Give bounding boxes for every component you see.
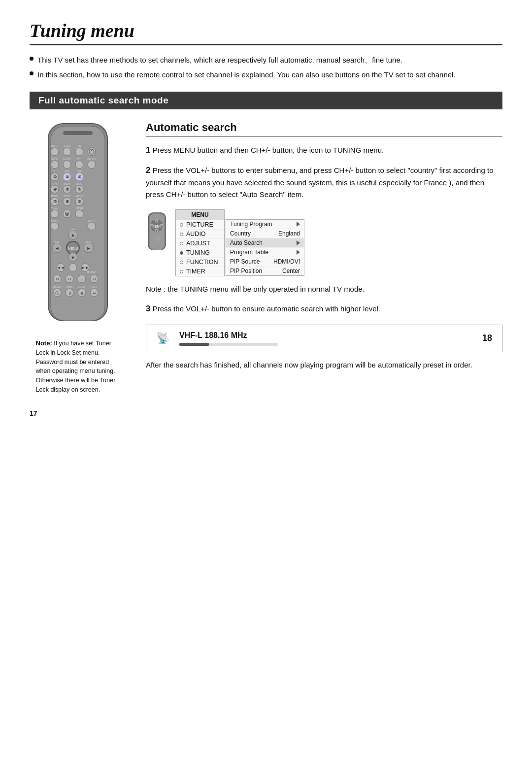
svg-text:⊖: ⊖	[67, 277, 71, 281]
menu-dot-function	[180, 261, 183, 264]
step2-num: 2	[146, 166, 150, 175]
bullet-text-1: This TV set has three methods to set cha…	[37, 54, 402, 66]
svg-text:STILL: STILL	[64, 144, 70, 147]
remote-control-image: MUTE STILL I/II SCAN SLEEP PIP DISPLAY	[36, 121, 120, 328]
svg-point-16	[51, 161, 59, 168]
svg-text:DEF: DEF	[77, 170, 82, 173]
step1-text: Press MENU button and then CH+/- button,…	[153, 146, 384, 154]
svg-point-52	[75, 210, 83, 218]
note-normal-text: Note : the TUNING menu will be only oper…	[146, 285, 365, 293]
antenna-icon: 📡	[156, 332, 169, 345]
submenu-pip-position-value: Center	[282, 267, 300, 274]
svg-text:⊖: ⊖	[55, 277, 59, 281]
svg-text:◄◄: ◄◄	[57, 266, 65, 270]
svg-text:①: ①	[53, 175, 56, 179]
step-3: 3 Press the VOL+/- button to ensure auto…	[146, 302, 502, 315]
bullet-text-2: In this section, how to use the remote c…	[37, 69, 456, 81]
submenu-row-tuning-program: Tuning Program	[226, 220, 304, 229]
submenu-row-program-table: Program Table	[226, 248, 304, 257]
svg-point-55	[51, 222, 59, 230]
menu-item-picture-label: PICTURE	[186, 221, 220, 228]
svg-text:SWAP: SWAP	[75, 207, 83, 210]
menu-dot-timer	[180, 270, 183, 273]
submenu-pip-source-label: PIP Source	[230, 258, 260, 265]
svg-text:◄: ◄	[151, 225, 153, 228]
submenu-pip-source-value: HDMI/DVI	[273, 258, 300, 265]
svg-text:JKL%: JKL%	[64, 182, 70, 185]
svg-text:SCAN: SCAN	[51, 157, 58, 160]
svg-text:MENU: MENU	[67, 247, 78, 250]
menu-item-audio: AUDIO	[176, 230, 224, 239]
svg-point-7	[63, 148, 71, 156]
menu-item-function-label: FUNCTION	[186, 259, 220, 266]
step-2: 2 Press the VOL+/- buttons to enter subm…	[146, 164, 502, 201]
bullet-item-1: This TV set has three methods to set cha…	[30, 54, 502, 66]
menu-box-header: MENU	[176, 210, 224, 220]
submenu-program-table-label: Program Table	[230, 249, 268, 256]
step3-text: Press the VOL+/- button to ensure automa…	[153, 304, 380, 313]
after-search-text: After the search has finished, all chann…	[146, 359, 502, 371]
svg-text:⑦: ⑦	[53, 200, 56, 204]
svg-text:☞: ☞	[156, 235, 162, 243]
after-text: After the search has finished, all chann…	[146, 361, 472, 369]
svg-text:I/II: I/II	[78, 144, 81, 147]
menu-box: MENU PICTURE AUDIO ADJUST	[175, 209, 225, 276]
svg-text:TV/AV: TV/AV	[51, 207, 58, 210]
svg-text:⊕: ⊕	[80, 291, 83, 296]
note-text: If you have set Tuner Lock in Lock Set m…	[36, 340, 116, 393]
svg-text:P.STD: P.STD	[51, 219, 58, 222]
bullet-dot-1	[30, 57, 33, 61]
svg-text:MUTE: MUTE	[51, 144, 58, 147]
submenu-pip-position-label: PIP Position	[230, 267, 262, 274]
menu-dot-audio	[180, 233, 183, 236]
auto-search-heading: Automatic search	[146, 121, 502, 136]
tuner-progress-inner	[179, 343, 209, 346]
svg-point-17	[63, 161, 71, 168]
svg-point-72	[69, 264, 77, 271]
svg-text:ZOOM: ZOOM	[78, 285, 85, 288]
menu-remote-icon: MENU ▲ ◄ ► ▼ ☞	[146, 212, 170, 253]
step-1: 1 Press MENU button and then CH+/- butto…	[146, 143, 502, 157]
submenu-auto-search-arrow	[297, 240, 300, 245]
svg-text:◄: ◄	[55, 246, 59, 251]
svg-text:↩: ↩	[92, 291, 96, 296]
intro-section: This TV set has three methods to set cha…	[30, 54, 502, 81]
svg-text:③: ③	[77, 175, 81, 179]
note-label: Note:	[36, 339, 52, 347]
left-column: MUTE STILL I/II SCAN SLEEP PIP DISPLAY	[30, 121, 128, 395]
title-divider	[30, 44, 502, 45]
svg-text:1: 1	[54, 170, 55, 173]
step2-text: Press the VOL+/- buttons to enter submen…	[146, 166, 493, 199]
menu-panel: MENU PICTURE AUDIO ADJUST	[175, 209, 304, 276]
svg-text:⑧: ⑧	[65, 200, 68, 204]
tuner-info: VHF-L 188.16 MHz	[179, 331, 467, 346]
mini-remote-svg: MENU ▲ ◄ ► ▼ ☞	[146, 212, 168, 251]
svg-text:▼: ▼	[70, 255, 75, 260]
svg-text:►: ►	[86, 246, 91, 251]
svg-text:ⓘ: ⓘ	[55, 291, 59, 296]
submenu-row-pip-source: PIP Source HDMI/DVI	[226, 257, 304, 267]
menu-item-tuning: TUNING	[176, 248, 224, 258]
svg-text:ABC: ABC	[64, 170, 69, 173]
svg-text:MNO: MNO	[76, 182, 82, 185]
submenu-row-pip-position: PIP Position Center	[226, 267, 304, 275]
tuner-label: VHF-L 188.16 MHz	[179, 331, 247, 339]
bullet-dot-2	[30, 71, 33, 75]
svg-point-49	[51, 210, 59, 218]
tuner-progress-bar	[179, 343, 278, 346]
tuner-display: 📡 VHF-L 188.16 MHz 18	[146, 325, 502, 352]
svg-text:⑤: ⑤	[65, 187, 68, 192]
menu-item-picture: PICTURE	[176, 220, 224, 230]
svg-text:⓪: ⓪	[65, 212, 69, 216]
step3-num: 3	[146, 304, 150, 313]
page-number: 17	[30, 409, 502, 417]
submenu-program-table-arrow	[297, 250, 300, 255]
note-normal: Note : the TUNING menu will be only oper…	[146, 283, 502, 295]
svg-text:⑨: ⑨	[77, 200, 81, 204]
svg-rect-2	[63, 131, 93, 135]
svg-text:S.STD: S.STD	[88, 219, 95, 222]
svg-text:②: ②	[65, 175, 68, 179]
svg-text:⏸: ⏸	[67, 291, 71, 296]
menu-item-audio-label: AUDIO	[186, 231, 220, 237]
remote-wrapper: MUTE STILL I/II SCAN SLEEP PIP DISPLAY	[36, 121, 122, 330]
